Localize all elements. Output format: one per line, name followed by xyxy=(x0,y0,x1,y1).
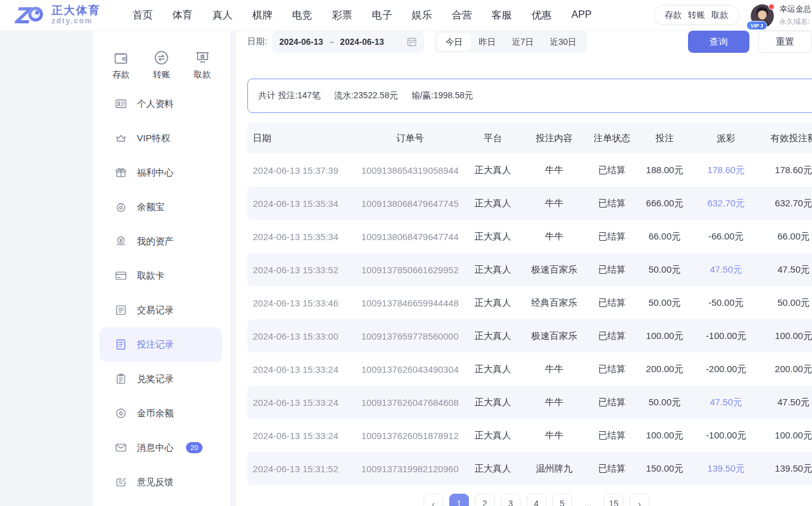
cell-status: 已结算 xyxy=(585,297,639,309)
brand-name: 正大体育 xyxy=(52,5,101,17)
nav-item-6[interactable]: 彩票 xyxy=(332,9,352,22)
welfare-icon xyxy=(114,166,128,179)
cell-order: 1009137846659944448 xyxy=(358,298,462,308)
page-button-4[interactable]: 4 xyxy=(527,494,546,506)
header-quick-link-3[interactable]: 取款 xyxy=(711,10,729,21)
sidebar: 存款转账取款 个人资料VIP特权福利中心余额宝我的资产取款卡交易记录投注记录兑奖… xyxy=(93,31,230,506)
cell-bet: 50.00元 xyxy=(639,297,690,309)
cell-bet: 150.00元 xyxy=(639,463,690,475)
sidebar-item-card[interactable]: 取款卡 xyxy=(99,259,222,293)
cell-date: 2024-06-13 15:33:52 xyxy=(247,265,358,275)
sidebar-item-profile[interactable]: 个人资料 xyxy=(99,87,222,121)
page-button-5[interactable]: 5 xyxy=(552,494,572,506)
cell-payout: -100.00元 xyxy=(690,330,762,342)
filter-row: 日期: 2024-06-13 ~ 2024-06-13 今日昨日近7日近30日 … xyxy=(247,31,812,53)
range-昨日[interactable]: 昨日 xyxy=(471,33,504,50)
cell-platform: 正大真人 xyxy=(462,463,524,475)
transactions-icon xyxy=(114,303,128,317)
cell-payout: -200.00元 xyxy=(690,364,762,375)
sidebar-item-messages[interactable]: 消息中心20 xyxy=(99,430,222,465)
date-to: 2024-06-13 xyxy=(340,37,384,47)
range-今日[interactable]: 今日 xyxy=(438,33,471,50)
logo-icon: Z xyxy=(14,3,47,28)
cell-payout: -50.00元 xyxy=(690,297,762,309)
sidebar-item-label: 投注记录 xyxy=(137,339,174,351)
cell-date: 2024-06-13 15:31:52 xyxy=(247,464,358,474)
sidebar-item-transactions[interactable]: 交易记录 xyxy=(99,293,222,327)
nav-item-8[interactable]: 娱乐 xyxy=(412,9,432,22)
cell-bet: 100.00元 xyxy=(639,430,690,442)
sidebar-item-vip[interactable]: VIP特权 xyxy=(99,121,222,155)
messages-icon xyxy=(114,441,128,454)
cell-date: 2024-06-13 15:33:24 xyxy=(247,430,358,441)
nav-item-7[interactable]: 电子 xyxy=(372,9,392,22)
sidebar-item-label: 余额宝 xyxy=(137,201,164,213)
cell-date: 2024-06-13 15:33:46 xyxy=(247,298,358,308)
quick-action-deposit[interactable]: 存款 xyxy=(101,49,141,80)
main-content: 日期: 2024-06-13 ~ 2024-06-13 今日昨日近7日近30日 … xyxy=(236,31,812,506)
sidebar-item-redeem[interactable]: 兑奖记录 xyxy=(99,362,222,396)
card-icon xyxy=(114,269,128,282)
nav-item-5[interactable]: 电竞 xyxy=(292,9,312,22)
column-header-5: 注单状态 xyxy=(585,133,639,144)
date-label: 日期: xyxy=(247,36,267,47)
cell-valid: 200.00元 xyxy=(762,364,812,375)
quick-action-withdraw[interactable]: 取款 xyxy=(182,49,223,80)
sidebar-item-coins[interactable]: 金币余额 xyxy=(99,396,222,430)
cell-valid: 632.70元 xyxy=(762,198,812,209)
next-page-button[interactable]: › xyxy=(630,494,649,506)
transfer-icon xyxy=(153,49,170,66)
header-quick-link-2[interactable]: 转账 xyxy=(688,10,705,21)
column-header-2: 订单号 xyxy=(358,133,462,144)
main-nav: 首页体育真人棋牌电竞彩票电子娱乐合营客服优惠APP xyxy=(123,9,601,22)
nav-item-12[interactable]: APP xyxy=(571,9,592,22)
sidebar-item-assets[interactable]: 我的资产 xyxy=(99,224,222,259)
page-button-2[interactable]: 2 xyxy=(475,494,495,506)
brand-domain: zdty.com xyxy=(52,17,101,25)
cell-content: 经典百家乐 xyxy=(524,297,585,309)
nav-item-11[interactable]: 优惠 xyxy=(532,9,552,22)
date-range-input[interactable]: 2024-06-13 ~ 2024-06-13 xyxy=(272,31,424,53)
reset-button[interactable]: 重置 xyxy=(758,31,812,53)
cell-date: 2024-06-13 15:35:34 xyxy=(247,198,358,209)
brand-logo[interactable]: Z 正大体育 zdty.com xyxy=(14,3,101,28)
range-近7日[interactable]: 近7日 xyxy=(504,33,542,50)
calendar-icon[interactable] xyxy=(407,37,417,47)
sidebar-item-feedback[interactable]: 意见反馈 xyxy=(99,465,222,499)
header-quick-link-1[interactable]: 存款 xyxy=(665,10,682,21)
cell-content: 温州牌九 xyxy=(524,463,585,475)
nav-item-9[interactable]: 合营 xyxy=(452,9,472,22)
nav-item-4[interactable]: 棋牌 xyxy=(252,9,273,22)
cell-valid: 100.00元 xyxy=(762,330,812,342)
cell-platform: 正大真人 xyxy=(462,165,524,176)
range-近30日[interactable]: 近30日 xyxy=(542,33,585,50)
table-row: 2024-06-13 15:33:001009137659778560000正大… xyxy=(247,319,812,352)
bets-table: 日期订单号平台投注内容注单状态投注派彩有效投注额 2024-06-13 15:3… xyxy=(247,123,812,485)
nav-item-2[interactable]: 体育 xyxy=(172,9,193,22)
column-header-7: 派彩 xyxy=(690,133,762,144)
column-header-8: 有效投注额 xyxy=(762,133,812,144)
cell-status: 已结算 xyxy=(585,330,639,342)
prev-page-button[interactable]: ‹ xyxy=(423,494,443,506)
cell-payout: 47.50元 xyxy=(690,397,762,408)
left-strip xyxy=(0,31,93,506)
page-button-3[interactable]: 3 xyxy=(501,494,520,506)
avatar[interactable]: VIP 3 xyxy=(751,4,774,28)
quick-action-transfer[interactable]: 转账 xyxy=(141,49,182,80)
nav-item-1[interactable]: 首页 xyxy=(133,9,153,22)
page-button-1[interactable]: 1 xyxy=(449,494,469,506)
table-header: 日期订单号平台投注内容注单状态投注派彩有效投注额 xyxy=(247,123,812,154)
sidebar-item-bets[interactable]: 投注记录 xyxy=(99,327,222,362)
sidebar-item-yuebao[interactable]: 余额宝 xyxy=(99,190,222,224)
query-button[interactable]: 查询 xyxy=(688,31,749,53)
sidebar-item-label: 交易记录 xyxy=(137,305,174,316)
nav-item-3[interactable]: 真人 xyxy=(212,9,233,22)
quick-action-label: 取款 xyxy=(194,69,211,80)
column-header-1: 日期 xyxy=(247,133,358,144)
page-button-15[interactable]: 15 xyxy=(604,494,624,506)
sidebar-item-welfare[interactable]: 福利中心 xyxy=(99,155,222,190)
notification-dot xyxy=(768,4,775,10)
table-row: 2024-06-13 15:37:391009138654319058944正大… xyxy=(247,154,812,187)
cell-date: 2024-06-13 15:33:00 xyxy=(247,331,358,341)
nav-item-10[interactable]: 客服 xyxy=(492,9,512,22)
